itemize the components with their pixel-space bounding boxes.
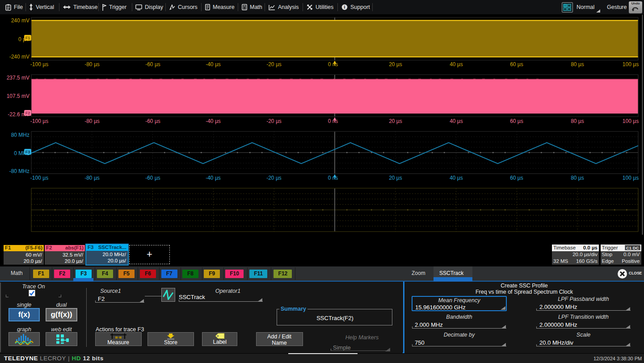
svg-text:-60 µs: -60 µs — [145, 61, 160, 68]
svg-text:60 µs: 60 µs — [510, 175, 523, 181]
svg-text:-100 µs: -100 µs — [30, 118, 48, 124]
svg-text:40 µs: 40 µs — [450, 118, 463, 124]
svg-text:-80 µs: -80 µs — [84, 118, 100, 124]
svg-text:i: i — [344, 4, 345, 9]
svg-text:F1: F1 — [25, 36, 30, 40]
svg-text:20 µs: 20 µs — [389, 61, 402, 68]
svg-text:-20 µs: -20 µs — [266, 118, 282, 124]
svg-text:-100 µs: -100 µs — [30, 61, 48, 68]
svg-text:100 µs: 100 µs — [623, 118, 639, 124]
svg-text:100 µs: 100 µs — [623, 175, 639, 181]
svg-text:20 µs: 20 µs — [389, 175, 402, 181]
svg-text:80 µs: 80 µs — [571, 61, 584, 68]
svg-text:60 µs: 60 µs — [510, 118, 523, 124]
svg-text:0 ns: 0 ns — [328, 118, 338, 124]
svg-text:-20 µs: -20 µs — [266, 175, 282, 181]
svg-text:40 µs: 40 µs — [450, 61, 463, 68]
svg-text:107.5 mV: 107.5 mV — [7, 93, 29, 99]
svg-text:0 ns: 0 ns — [328, 175, 338, 181]
svg-text:-40 µs: -40 µs — [206, 61, 221, 68]
svg-text:-40 µs: -40 µs — [206, 118, 221, 124]
svg-text:240 mV: 240 mV — [11, 17, 29, 24]
svg-text:-40 µs: -40 µs — [206, 175, 221, 181]
svg-text:-20 µs: -20 µs — [266, 61, 282, 68]
svg-text:80 µs: 80 µs — [571, 118, 584, 124]
svg-text:100 µs: 100 µs — [623, 61, 639, 68]
svg-text:-80 µs: -80 µs — [84, 175, 100, 181]
svg-text:-100 µs: -100 µs — [30, 175, 48, 181]
svg-text:80 µs: 80 µs — [571, 175, 584, 181]
svg-text:60 µs: 60 µs — [510, 61, 523, 68]
svg-text:80 MHz: 80 MHz — [11, 132, 29, 138]
svg-text:-60 µs: -60 µs — [145, 175, 160, 181]
svg-text:-60 µs: -60 µs — [145, 118, 160, 124]
svg-text:-80 MHz: -80 MHz — [9, 168, 29, 174]
svg-text:0 ns: 0 ns — [328, 61, 338, 68]
svg-text:F3: F3 — [25, 150, 30, 154]
svg-text:20 µs: 20 µs — [389, 118, 402, 124]
svg-text:-240 mV: -240 mV — [9, 54, 29, 60]
svg-text:40 µs: 40 µs — [450, 175, 463, 181]
svg-text:237.5 mV: 237.5 mV — [7, 75, 29, 81]
svg-text:-80 µs: -80 µs — [84, 61, 100, 68]
svg-text:F2: F2 — [25, 111, 30, 115]
